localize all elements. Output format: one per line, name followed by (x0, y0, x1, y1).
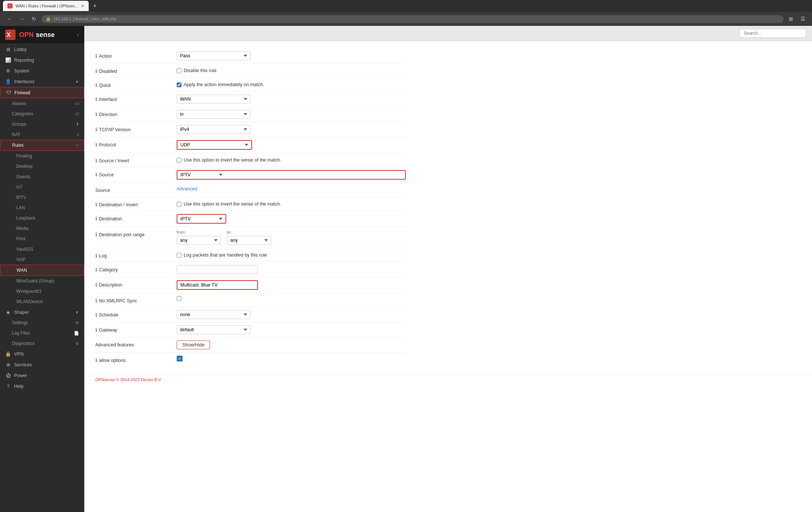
disabled-checkbox-label[interactable]: Disable this rule (177, 67, 406, 73)
allow-options-checkbox-wrap[interactable]: ✓ (177, 356, 183, 362)
sidebar-label-loopback: Loopback (16, 216, 79, 221)
sidebar-item-rules[interactable]: Rules ✓ (0, 140, 84, 151)
sidebar-item-vpn[interactable]: 🔒 VPN (0, 349, 84, 359)
sidebar-item-loopback[interactable]: Loopback (0, 213, 84, 223)
interface-select[interactable]: WAN LAN IPTV (177, 95, 251, 104)
sidebar-item-aliases[interactable]: Aliases 🏷 (0, 98, 84, 109)
tcpip-select[interactable]: IPv4 IPv6 IPv4+IPv6 (177, 125, 251, 134)
protocol-select[interactable]: UDP any TCP TCP/UDP ICMP (177, 141, 251, 149)
sidebar-label-wireguard-group: WireGuard (Group) (16, 278, 79, 284)
port-from-select[interactable]: any HTTP HTTPS SSH (177, 236, 221, 245)
action-select[interactable]: Pass Block Reject (177, 51, 251, 60)
sidebar-item-floating[interactable]: Floating (0, 151, 84, 161)
tab-close-button[interactable]: ✕ (81, 4, 84, 9)
extensions-button[interactable]: ⊞ (786, 15, 795, 23)
sidebar-item-wireguard01[interactable]: Wireguard01 (0, 286, 84, 296)
sidebar-label-iot: IoT (16, 184, 79, 190)
sidebar-label-lan: LAN (16, 205, 79, 210)
sidebar-item-log-files[interactable]: Log Files 📄 (0, 328, 84, 338)
interface-row: ℹ Interface WAN LAN IPTV (95, 92, 406, 107)
quick-checkbox-label[interactable]: Apply the action immediately on match. (177, 81, 406, 87)
protocol-row: ℹ Protocol UDP any TCP TCP/UDP ICMP (95, 137, 406, 153)
gateway-select[interactable]: default (177, 325, 251, 334)
disabled-checkbox[interactable] (177, 68, 181, 73)
destination-select[interactable]: IPTV any WAN LAN (177, 215, 225, 223)
sidebar-item-lobby[interactable]: ⊞ Lobby (0, 44, 84, 55)
sidebar-item-vault101[interactable]: Vault101 (0, 244, 84, 254)
new-tab-button[interactable]: + (90, 3, 99, 9)
source-invert-row: ℹ Source / Invert Use this option to inv… (95, 153, 406, 167)
description-input[interactable] (177, 281, 257, 289)
sidebar-item-diagnostics[interactable]: Diagnostics ⚙ (0, 338, 84, 349)
xmlrpc-checkbox[interactable] (177, 296, 181, 301)
sidebar-item-settings[interactable]: Settings ⚙ (0, 318, 84, 328)
sidebar-item-desktop[interactable]: Desktop (0, 161, 84, 172)
log-checkbox[interactable] (177, 253, 181, 258)
destination-invert-info-icon: ℹ (95, 202, 97, 207)
search-input[interactable] (740, 29, 806, 38)
schedule-select[interactable]: none (177, 310, 251, 319)
log-checkbox-label[interactable]: Log packets that are handled by this rul… (177, 251, 406, 258)
quick-checkbox[interactable] (177, 82, 181, 87)
interfaces-collapse-icon: ▼ (75, 79, 79, 84)
sidebar-item-shaper[interactable]: ◈ Shaper ▼ (0, 307, 84, 318)
active-tab[interactable]: WAN | Rules | Firewall | OPNsen... ✕ (3, 1, 89, 11)
sidebar-toggle-button[interactable]: ‹ (77, 31, 79, 38)
sidebar-item-lan[interactable]: LAN (0, 203, 84, 213)
forward-button[interactable]: → (17, 15, 27, 23)
sidebar-item-wan[interactable]: WAN (0, 265, 84, 276)
sidebar-label-settings: Settings (12, 320, 72, 325)
sidebar-item-wireguard-group[interactable]: WireGuard (Group) (0, 276, 84, 286)
port-range-wrap: from: any HTTP HTTPS SSH to: any (177, 230, 406, 245)
sidebar-item-interfaces[interactable]: 👤 Interfaces ▼ (0, 76, 84, 87)
back-button[interactable]: ← (4, 15, 14, 23)
port-to-select[interactable]: any HTTP HTTPS SSH (227, 236, 271, 245)
categories-icon: 🏷 (75, 112, 79, 116)
source-invert-checkbox-label[interactable]: Use this option to invert the sense of t… (177, 156, 406, 163)
source-advanced-link[interactable]: Advanced (177, 186, 197, 191)
sidebar-item-media[interactable]: Media (0, 223, 84, 234)
sidebar-item-nat[interactable]: NAT ≡ (0, 129, 84, 140)
nat-icon: ≡ (77, 132, 79, 137)
sidebar-item-voip[interactable]: VoIP (0, 254, 84, 265)
dest-port-info-icon: ℹ (95, 232, 97, 237)
source-control: IPTV any WAN LAN (177, 170, 406, 180)
category-input[interactable] (177, 265, 258, 274)
sidebar-label-wlandevice: WLANDevice (16, 299, 79, 304)
sidebar-item-system[interactable]: ⚙ System (0, 65, 84, 76)
sidebar-item-wlandevice[interactable]: WLANDevice (0, 296, 84, 307)
disabled-control: Disable this rule (177, 67, 406, 73)
refresh-button[interactable]: ↻ (30, 15, 38, 23)
source-invert-checkbox[interactable] (177, 158, 181, 163)
schedule-info-icon: ℹ (95, 312, 97, 318)
sidebar-item-reporting[interactable]: 📊 Reporting (0, 55, 84, 65)
destination-invert-row: ℹ Destination / Invert Use this option t… (95, 197, 406, 211)
source-select[interactable]: IPTV any WAN LAN (177, 171, 225, 179)
sidebar-item-groups[interactable]: Groups ⬆ (0, 119, 84, 129)
destination-row: ℹ Destination IPTV any WAN LAN (95, 211, 406, 227)
category-row: ℹ Category (95, 262, 406, 277)
source-info-icon: ℹ (95, 172, 97, 177)
sidebar-item-guests[interactable]: Guests (0, 172, 84, 182)
sidebar-label-desktop: Desktop (16, 164, 79, 169)
sidebar-item-categories[interactable]: Categories 🏷 (0, 109, 84, 119)
sidebar: X OPNsense ‹ ⊞ Lobby 📊 Reporting ⚙ Syste… (0, 26, 84, 512)
interfaces-icon: 👤 (5, 79, 11, 84)
destination-invert-checkbox[interactable] (177, 202, 181, 207)
sidebar-item-services[interactable]: ⊕ Services (0, 359, 84, 370)
sidebar-item-iptv[interactable]: IPTV (0, 192, 84, 203)
sidebar-item-print[interactable]: Print (0, 234, 84, 244)
sidebar-item-firewall[interactable]: 🛡 Firewall (0, 87, 84, 98)
sidebar-item-power[interactable]: ⏻ Power (0, 370, 84, 381)
show-hide-button[interactable]: Show/Hide (177, 340, 210, 349)
dest-port-label: ℹ Destination port range (95, 230, 177, 237)
menu-button[interactable]: ☰ (798, 15, 808, 23)
direction-label: ℹ Direction (95, 110, 177, 117)
source-invert-control: Use this option to invert the sense of t… (177, 156, 406, 163)
sidebar-label-system: System (14, 68, 79, 74)
sidebar-item-iot[interactable]: IoT (0, 182, 84, 192)
sidebar-item-help[interactable]: ? Help (0, 381, 84, 391)
direction-select[interactable]: in out (177, 110, 251, 119)
address-bar[interactable]: 🔒 192.168.1.1/firewall_rules_edit.php (41, 15, 784, 23)
destination-invert-checkbox-label[interactable]: Use this option to invert the sense of t… (177, 200, 406, 207)
